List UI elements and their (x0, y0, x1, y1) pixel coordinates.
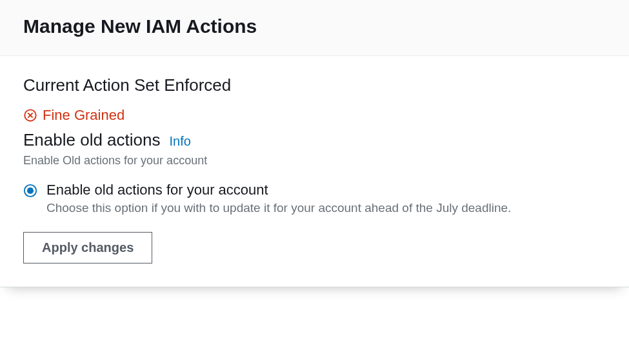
radio-option-enable-old-actions[interactable]: Enable old actions for your account Choo… (23, 182, 606, 215)
radio-label: Enable old actions for your account (46, 182, 511, 198)
status-text: Fine Grained (43, 107, 125, 124)
page-header: Manage New IAM Actions (0, 0, 629, 56)
info-link[interactable]: Info (169, 134, 190, 149)
page-title: Manage New IAM Actions (23, 15, 606, 37)
status-row: Fine Grained (23, 107, 606, 124)
content-area: Current Action Set Enforced Fine Grained… (0, 56, 629, 287)
error-circle-icon (23, 108, 37, 122)
subsection-title: Enable old actions (23, 130, 160, 150)
radio-button-icon (23, 184, 37, 200)
radio-text-group: Enable old actions for your account Choo… (46, 182, 511, 215)
apply-changes-button[interactable]: Apply changes (23, 232, 152, 263)
svg-point-4 (27, 187, 34, 194)
page-container: Manage New IAM Actions Current Action Se… (0, 0, 629, 287)
section-title: Current Action Set Enforced (23, 75, 606, 95)
subsection-header: Enable old actions Info (23, 130, 606, 150)
radio-description: Choose this option if you with to update… (46, 201, 511, 215)
subsection-description: Enable Old actions for your account (23, 154, 606, 168)
